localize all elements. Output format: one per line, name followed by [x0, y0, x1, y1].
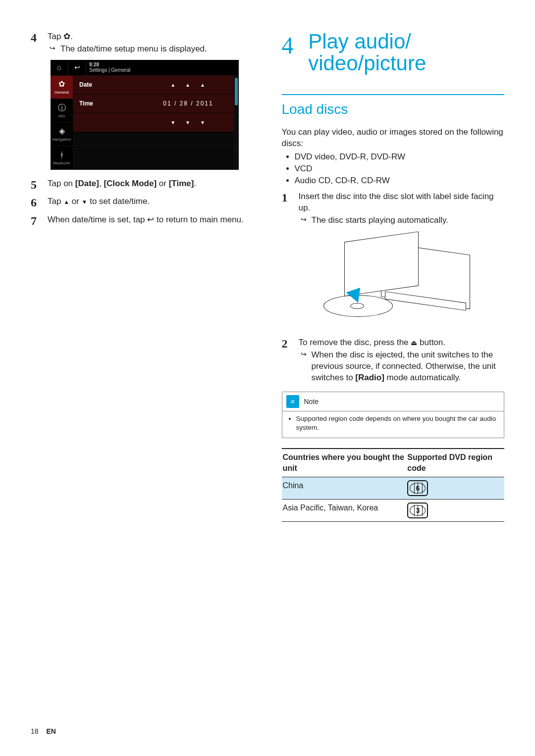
text: Tap on — [48, 179, 75, 188]
sidebar-item-bluetooth[interactable]: ᚼBluetooth — [51, 146, 73, 170]
back-icon[interactable]: ↩ — [68, 60, 86, 75]
note-icon: ≡ — [286, 395, 299, 408]
return-icon — [147, 215, 154, 224]
ui-ref: [Radio] — [355, 373, 384, 382]
text: or — [157, 179, 169, 188]
navigation-icon: ◈ — [59, 126, 65, 137]
list-item: Audio CD, CD-R, CD-RW — [295, 175, 505, 187]
row-arrows: ▼▼▼ — [73, 113, 234, 132]
text: button. — [417, 338, 445, 347]
step-text: Insert the disc into the disc slot with … — [299, 192, 494, 212]
disc-insert-illustration — [321, 232, 470, 331]
list-item: VCD — [295, 163, 505, 175]
text: To remove the disc, press the — [299, 338, 411, 347]
step-5: 5 Tap on [Date], [Clock Mode] or [Time]. — [31, 177, 258, 193]
step-6: 6 Tap or to set date/time. — [31, 195, 258, 210]
sidebar-item-general[interactable]: ✿General — [51, 76, 73, 100]
step-text: Tap — [48, 32, 63, 41]
table-header: Countries where you bought the unit — [282, 449, 407, 477]
note-box: ≡ Note Supported region code depends on … — [282, 392, 505, 438]
sidebar-label: General — [54, 90, 68, 96]
proc-step-1: 1 Insert the disc into the disc slot wit… — [282, 190, 505, 226]
down-arrow-icon[interactable]: ▼ — [200, 119, 206, 126]
step-tail: . — [70, 32, 73, 41]
page-footer: 18 EN — [31, 727, 56, 736]
proc-step-2: 2 To remove the disc, press the button. … — [282, 336, 505, 384]
row-label: Time — [73, 100, 143, 107]
scrollbar[interactable] — [234, 76, 239, 170]
screen-clock: 9:28 — [89, 62, 130, 67]
info-icon: ⓘ — [58, 102, 66, 113]
step-number: 7 — [31, 213, 48, 229]
sidebar-item-navigation[interactable]: ◈Navigation — [51, 123, 73, 147]
step-result: The disc starts playing automatically. — [312, 215, 505, 226]
text: . — [194, 179, 196, 188]
chapter-title: Play audio/ video/picture — [308, 30, 504, 74]
up-arrow-icon[interactable]: ▲ — [185, 82, 191, 89]
up-arrow-icon[interactable]: ▲ — [200, 82, 206, 89]
result-arrow-icon: ↪ — [48, 44, 60, 55]
date-value: 01 / 28 / 2011 — [143, 100, 234, 107]
up-arrow-icon[interactable]: ▲ — [170, 82, 176, 89]
ui-ref: [Clock Mode] — [104, 179, 157, 188]
text: to return to main menu. — [154, 215, 243, 224]
down-arrow-icon[interactable]: ▼ — [185, 119, 191, 126]
settings-screenshot: ⌂ ↩ 9:28 Settings | Gerneral ✿General ⓘI… — [51, 60, 239, 170]
eject-icon — [411, 338, 417, 347]
text: or — [69, 197, 82, 206]
step-number: 1 — [282, 190, 299, 226]
section-heading: Load discs — [282, 94, 505, 119]
ui-ref: [Time] — [169, 179, 194, 188]
up-arrow-icon — [63, 197, 69, 206]
table-header: Supported DVD region code — [406, 449, 504, 477]
step-7: 7 When date/time is set, tap to return t… — [31, 213, 258, 229]
step-number: 4 — [31, 30, 48, 55]
home-icon[interactable]: ⌂ — [51, 60, 68, 75]
result-arrow-icon: ↪ — [299, 215, 312, 226]
row-empty — [73, 132, 234, 151]
down-arrow-icon[interactable]: ▼ — [170, 119, 176, 126]
chapter-heading: 4 Play audio/ video/picture — [282, 30, 505, 74]
bluetooth-icon: ᚼ — [59, 150, 64, 160]
result-arrow-icon: ↪ — [299, 350, 312, 384]
row-date[interactable]: Date ▲▲▲ — [73, 76, 234, 95]
language-code: EN — [46, 727, 55, 735]
screen-breadcrumb: Settings | Gerneral — [89, 67, 130, 73]
scrollbar-thumb[interactable] — [235, 78, 238, 105]
text: , — [99, 179, 104, 188]
row-empty — [73, 151, 234, 170]
step-4: 4 Tap . ↪ The date/time setup menu is di… — [31, 30, 258, 55]
step-result: When the disc is ejected, the unit switc… — [312, 350, 505, 384]
sidebar-label: Bluetooth — [54, 161, 70, 166]
left-column: 4 Tap . ↪ The date/time setup menu is di… — [31, 30, 258, 522]
table-row: China 6 — [282, 477, 505, 499]
region-code-table: Countries where you bought the unit Supp… — [282, 448, 505, 521]
chapter-number: 4 — [282, 30, 309, 62]
step-number: 2 — [282, 336, 299, 384]
row-label: Date — [73, 81, 143, 89]
text: to set date/time. — [87, 197, 150, 206]
step-result: The date/time setup menu is displayed. — [60, 44, 258, 55]
text: Tap — [48, 197, 63, 206]
text: When date/time is set, tap — [48, 215, 147, 224]
text: mode automatically. — [384, 373, 461, 382]
sidebar-label: Navigation — [53, 137, 71, 143]
ui-ref: [Date] — [75, 179, 99, 188]
disc-type-list: DVD video, DVD-R, DVD-RW VCD Audio CD, C… — [295, 151, 505, 187]
country-cell: China — [282, 477, 407, 499]
gear-icon — [63, 32, 70, 41]
table-row: Asia Pacific, Taiwan, Korea 3 — [282, 499, 505, 521]
sidebar-label: Info — [58, 114, 65, 119]
note-title: Note — [304, 397, 319, 406]
step-number: 6 — [31, 195, 48, 210]
country-cell: Asia Pacific, Taiwan, Korea — [282, 499, 407, 521]
intro-text: You can play video, audio or images stor… — [282, 127, 505, 150]
step-number: 5 — [31, 177, 48, 193]
sidebar-item-info[interactable]: ⓘInfo — [51, 99, 73, 123]
row-time[interactable]: Time 01 / 28 / 2011 — [73, 95, 234, 113]
region-code-icon: 6 — [407, 480, 428, 496]
page-number: 18 — [31, 727, 39, 735]
right-column: 4 Play audio/ video/picture Load discs Y… — [282, 30, 505, 522]
gear-icon: ✿ — [58, 79, 65, 90]
note-text: Supported region code depends on where y… — [296, 414, 498, 432]
